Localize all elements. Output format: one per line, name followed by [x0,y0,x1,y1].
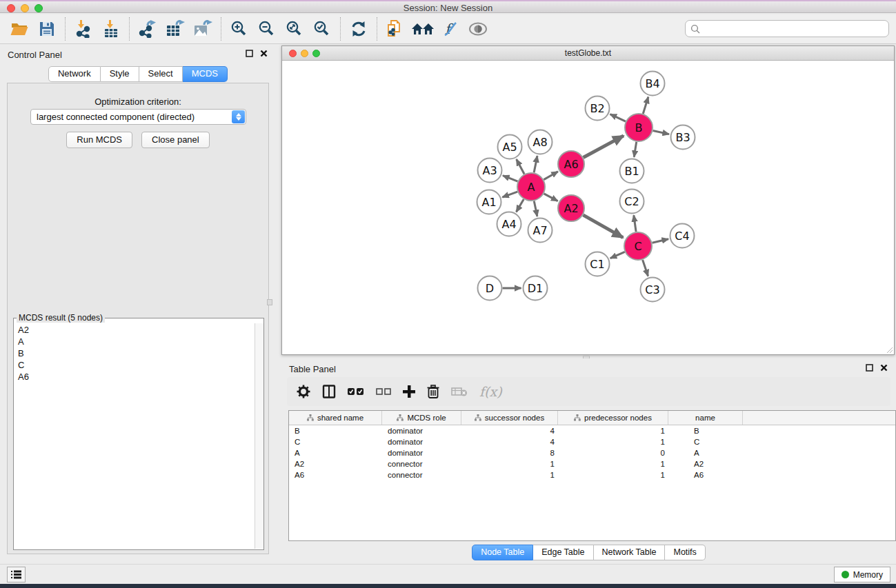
node-D1[interactable]: D1 [524,276,548,301]
cell-predecessor-nodes[interactable]: 1 [558,438,668,446]
node-B3[interactable]: B3 [671,125,695,150]
table-options-gear-icon[interactable] [297,385,310,398]
mcds-result-item[interactable]: A2 [14,324,254,336]
tab-select[interactable]: Select [139,66,183,82]
cell-successor-nodes[interactable]: 4 [461,427,558,435]
cell-name[interactable]: C [668,438,743,446]
node-A6[interactable]: A6 [558,151,584,177]
edge-A-A3[interactable] [503,176,517,182]
mcds-result-scrollbar[interactable] [255,323,263,549]
edge-A-A4[interactable] [516,199,524,212]
zoom-in-icon[interactable] [226,17,253,41]
cell-successor-nodes[interactable]: 1 [461,460,558,468]
node-B1[interactable]: B1 [620,159,644,183]
cell-shared-name[interactable]: B [289,427,382,435]
open-session-icon[interactable] [6,17,33,41]
criterion-dropdown[interactable]: largest connected component (directed) [30,109,246,125]
edge-A-A8[interactable] [534,156,537,172]
edge-A-A1[interactable] [502,192,517,197]
function-disabled-icon[interactable]: f [437,17,464,41]
network-window-titlebar[interactable]: testGlobe.txt [282,46,894,61]
table-row[interactable]: A2connector11A2 [289,458,895,469]
node-C1[interactable]: C1 [586,252,610,276]
edge-C-C1[interactable] [610,252,625,258]
cell-name[interactable]: A [668,449,743,457]
mcds-result-item[interactable]: B [14,347,254,359]
table-row[interactable]: Cdominator41C [289,436,895,447]
import-network-icon[interactable] [70,17,97,41]
mcds-result-item[interactable]: C [14,359,254,371]
table-tab-node-table[interactable]: Node Table [472,545,533,560]
edge-B-B4[interactable] [643,97,648,114]
close-panel-button[interactable]: Close panel [141,132,210,148]
cell-name[interactable]: A2 [668,460,743,468]
cell-MCDS-role[interactable]: dominator [382,449,461,457]
cell-shared-name[interactable]: A2 [289,460,382,468]
export-network-icon[interactable] [134,17,161,41]
cell-MCDS-role[interactable]: dominator [382,427,461,435]
cell-predecessor-nodes[interactable]: 1 [558,471,668,479]
edge-B-B1[interactable] [634,142,636,157]
memory-button[interactable]: Memory [834,567,890,582]
edge-A6-B[interactable] [584,136,624,158]
edge-A-A2[interactable] [544,194,558,201]
cell-successor-nodes[interactable]: 1 [461,471,558,479]
node-B2[interactable]: B2 [586,97,610,121]
edge-A-A5[interactable] [517,159,524,174]
cell-predecessor-nodes[interactable]: 1 [558,460,668,468]
edge-A2-C[interactable] [583,215,623,238]
edge-B-B2[interactable] [610,114,626,121]
window-resize-grip[interactable] [886,346,893,354]
column-header-MCDS-role[interactable]: MCDS role [382,411,461,425]
export-table-icon[interactable] [161,17,189,41]
node-A1[interactable]: A1 [477,190,501,214]
zoom-fit-icon[interactable] [281,17,308,41]
select-all-columns-icon[interactable] [348,387,364,396]
show-graphics-details-eye-icon[interactable] [464,17,492,41]
cell-shared-name[interactable]: A [289,449,382,457]
close-panel-icon[interactable] [260,50,268,57]
node-A7[interactable]: A7 [528,219,552,243]
deselect-all-columns-icon[interactable] [376,387,391,396]
node-B4[interactable]: B4 [641,72,665,96]
node-A5[interactable]: A5 [498,135,522,159]
cell-predecessor-nodes[interactable]: 0 [558,449,668,457]
edge-A-A7[interactable] [534,201,537,216]
column-header-successor-nodes[interactable]: successor nodes [461,411,558,425]
node-table-header[interactable]: shared nameMCDS rolesuccessor nodesprede… [289,411,895,425]
float-panel-icon[interactable] [246,50,253,57]
cell-name[interactable]: A6 [668,471,743,479]
zoom-selected-icon[interactable] [308,17,336,41]
node-C[interactable]: C [624,232,652,260]
node-D[interactable]: D [478,276,502,301]
node-A8[interactable]: A8 [528,130,552,154]
network-canvas[interactable]: AA1A3A5A8A4A7A6A2BB2B4B3B1CC2C4C1C3DD1 [282,61,894,354]
edge-C-C2[interactable] [634,215,636,232]
task-history-button[interactable] [7,567,26,582]
network-graph[interactable]: AA1A3A5A8A4A7A6A2BB2B4B3B1CC2C4C1C3DD1 [282,61,894,354]
cell-MCDS-role[interactable]: connector [382,460,461,468]
cell-MCDS-role[interactable]: dominator [382,438,461,446]
edge-A-A6[interactable] [544,172,558,180]
column-header-name[interactable]: name [668,411,743,425]
node-table-body[interactable]: Bdominator41BCdominator41CAdominator80AA… [289,425,895,480]
cell-shared-name[interactable]: A6 [289,471,382,479]
node-C4[interactable]: C4 [670,224,695,248]
copy-network-icon[interactable] [381,17,409,41]
node-A[interactable]: A [517,173,545,201]
node-A2[interactable]: A2 [558,195,584,221]
node-table[interactable]: shared nameMCDS rolesuccessor nodesprede… [288,410,896,541]
column-header-predecessor-nodes[interactable]: predecessor nodes [558,411,668,425]
delete-column-trash-icon[interactable] [427,385,439,398]
column-header-shared-name[interactable]: shared name [289,411,382,425]
zoom-out-icon[interactable] [253,17,281,41]
tab-style[interactable]: Style [101,66,139,82]
cell-name[interactable]: B [668,427,743,435]
node-B[interactable]: B [625,114,653,141]
edge-B-B3[interactable] [653,130,669,134]
table-row[interactable]: Adominator80A [289,447,895,458]
mcds-result-list[interactable]: A2ABCA6 [14,324,254,549]
tab-network[interactable]: Network [48,66,101,82]
tab-mcds[interactable]: MCDS [183,66,228,82]
export-image-icon[interactable] [189,17,217,41]
